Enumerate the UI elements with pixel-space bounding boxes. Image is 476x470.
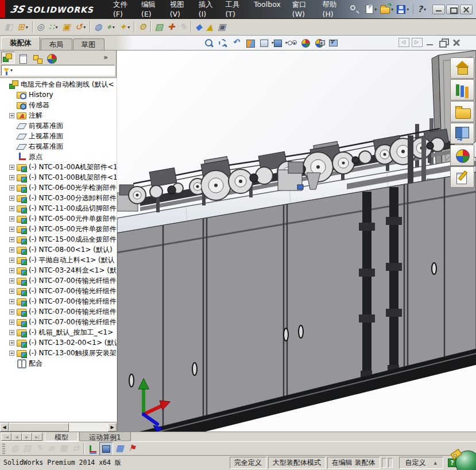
tree-item[interactable]: + (-) NTC-01-00A机架部件<1>: [0, 162, 117, 172]
toolbar-button[interactable]: ▾: [191, 21, 191, 33]
task-pane-button[interactable]: [450, 166, 474, 188]
toolbar-button[interactable]: ▾: [150, 21, 151, 33]
expand-icon[interactable]: +: [9, 196, 14, 201]
hud-button[interactable]: [326, 37, 340, 49]
expand-icon[interactable]: +: [9, 247, 14, 253]
status-custom-selector[interactable]: 自定义 ▲: [399, 457, 443, 469]
expand-icon[interactable]: +: [9, 268, 14, 273]
toolbar-button[interactable]: ▾: [32, 21, 33, 33]
hud-button[interactable]: [299, 37, 312, 49]
doc-close-button[interactable]: [451, 38, 462, 47]
tab-sketch[interactable]: 草图: [73, 38, 105, 50]
tree-item[interactable]: 配合: [0, 358, 117, 368]
toolbar-button[interactable]: ↺▾: [73, 20, 88, 34]
scroll-right-icon[interactable]: ▶: [108, 423, 117, 432]
scrollbar-thumb[interactable]: [9, 423, 69, 432]
close-button[interactable]: [460, 5, 473, 14]
bottom-toolbar-button[interactable]: ✎: [33, 442, 45, 456]
tree-item[interactable]: 前视基准面: [0, 121, 117, 131]
tree-horizontal-scrollbar[interactable]: ◀ ▶: [0, 422, 117, 432]
restore-button[interactable]: [446, 5, 459, 14]
hud-button[interactable]: [285, 37, 299, 49]
toolbar-button[interactable]: ▣▾: [215, 20, 228, 34]
tab-assembly[interactable]: 装配体: [1, 37, 40, 50]
tree-item[interactable]: + (-) 平抛自动上料<1> (默认: [0, 255, 117, 265]
expand-icon[interactable]: +: [9, 309, 14, 314]
tree-item[interactable]: + (-) NTC-07-00传输光纤组件: [0, 286, 117, 296]
toolbar-grip[interactable]: [2, 444, 5, 454]
tree-item[interactable]: 上视基准面: [0, 131, 117, 141]
tab-nav-button[interactable]: ▶: [22, 433, 32, 441]
bottom-toolbar-button[interactable]: ◍: [9, 442, 21, 456]
bottom-toolbar-button[interactable]: ⇄: [70, 442, 82, 456]
expand-icon[interactable]: +: [9, 227, 14, 232]
hud-button[interactable]: [202, 37, 216, 49]
dropdown-arrow-icon[interactable]: ▾: [83, 25, 86, 30]
toolbar-button[interactable]: ▲▾: [204, 20, 216, 34]
tree-item[interactable]: 电阻元件全自动检测线 (默认<: [0, 79, 117, 90]
toolbar-button[interactable]: ▾: [90, 21, 90, 33]
save-button[interactable]: ▾: [395, 2, 411, 16]
help-button[interactable]: ?▾: [416, 2, 428, 16]
expand-icon[interactable]: +: [9, 237, 14, 242]
panel-tab-button[interactable]: [16, 52, 29, 64]
toolbar-button[interactable]: ◆▾: [193, 20, 204, 34]
tree-item[interactable]: + (-) NTC-05-00元件单拨部件: [0, 224, 117, 234]
panel-tab-button[interactable]: [44, 52, 58, 64]
tree-item[interactable]: 右视基准面: [0, 141, 117, 152]
toolbar-button[interactable]: ✦▾: [117, 20, 133, 34]
hud-button[interactable]: [271, 37, 285, 49]
expand-icon[interactable]: +: [9, 289, 14, 294]
toolbar-button[interactable]: ◧▾: [2, 20, 15, 34]
minimize-button[interactable]: [432, 5, 445, 14]
expand-icon[interactable]: +: [9, 216, 14, 222]
tree-item[interactable]: + (-) NTC-13-02-00<1> (默认: [0, 337, 117, 348]
tree-item[interactable]: + (-) NTC-05-00元件单拨部件: [0, 213, 117, 224]
tree-item[interactable]: + (-) NTC-03-24料盒<1> (默认: [0, 265, 117, 275]
tree-item[interactable]: History: [0, 90, 117, 100]
tree-item[interactable]: + (-) NTC-07-00传输光纤组件: [0, 306, 117, 317]
dropdown-arrow-icon[interactable]: ▾: [374, 7, 377, 12]
task-pane-button[interactable]: [450, 57, 474, 79]
toolbar-button[interactable]: ▾: [134, 21, 134, 33]
panel-tab-button[interactable]: [1, 52, 15, 64]
pane-left-button[interactable]: [398, 38, 409, 47]
bottom-toolbar-button[interactable]: ▦: [57, 442, 69, 456]
tree-item[interactable]: + (-) NTC-15-00成品全拨部件: [0, 234, 117, 244]
toolbar-button[interactable]: ✎▾: [177, 20, 189, 34]
bottom-toolbar-button[interactable]: ▦: [113, 442, 126, 456]
expand-icon[interactable]: +: [9, 113, 14, 118]
task-pane-button[interactable]: [450, 79, 474, 100]
dropdown-arrow-icon[interactable]: ▾: [391, 7, 393, 12]
hud-button[interactable]: [216, 37, 230, 49]
pane-right-button[interactable]: [412, 38, 423, 47]
bottom-toolbar-button[interactable]: [99, 442, 113, 456]
doc-minimize-button[interactable]: [425, 38, 436, 47]
hud-button[interactable]: [257, 37, 271, 49]
toolbar-button[interactable]: ∷▾: [47, 20, 60, 34]
dropdown-arrow-icon[interactable]: ▾: [424, 7, 426, 12]
tab-nav-button[interactable]: ◀: [11, 433, 22, 441]
toolbar-button[interactable]: ◎▾: [34, 20, 47, 34]
open-button[interactable]: ▾: [378, 2, 395, 16]
new-document-button[interactable]: ▾: [364, 2, 378, 16]
expand-icon[interactable]: +: [9, 299, 14, 304]
tab-nav-button[interactable]: ▶|: [32, 433, 42, 441]
graphics-viewport[interactable]: [117, 51, 476, 432]
task-pane-button[interactable]: [450, 101, 474, 122]
tree-item[interactable]: + (-) NTC-06-00光学检测部件: [0, 182, 117, 193]
tree-item[interactable]: + (-) 机箱_默认_按加工_<1>: [0, 327, 117, 337]
expand-icon[interactable]: +: [9, 330, 14, 335]
panel-tab-button[interactable]: [30, 52, 44, 64]
dropdown-arrow-icon[interactable]: ▾: [26, 25, 28, 30]
toolbar-button[interactable]: ✚▾: [165, 20, 177, 34]
dropdown-arrow-icon[interactable]: ▾: [55, 25, 57, 30]
tree-item[interactable]: 原点: [0, 152, 117, 162]
tree-item[interactable]: + (-) NTC-07-00传输光纤组件: [0, 275, 117, 286]
toolbar-button[interactable]: ⊞▾: [15, 20, 30, 34]
bottom-toolbar-button[interactable]: ▤: [21, 442, 33, 456]
toolbar-button[interactable]: ⌖▾: [104, 20, 117, 34]
tree-item[interactable]: + (-) NTC-11-00成品切脚部件: [0, 203, 117, 213]
task-pane-button[interactable]: [450, 123, 474, 144]
toolbar-button[interactable]: ◍▾: [92, 20, 104, 34]
